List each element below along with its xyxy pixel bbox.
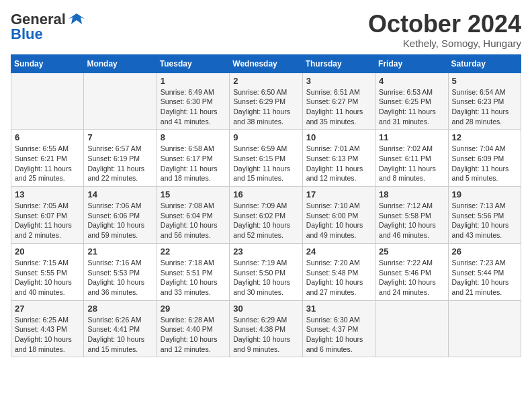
day-number: 1 (161, 76, 226, 86)
day-number: 19 (452, 189, 517, 199)
day-number: 15 (161, 189, 226, 199)
day-number: 13 (15, 189, 80, 199)
day-number: 18 (379, 189, 444, 199)
day-number: 6 (15, 132, 80, 142)
day-info: Sunrise: 6:26 AM Sunset: 4:41 PM Dayligh… (87, 315, 152, 355)
calendar-cell: 22Sunrise: 7:18 AM Sunset: 5:51 PM Dayli… (157, 243, 229, 300)
calendar-cell: 10Sunrise: 7:01 AM Sunset: 6:13 PM Dayli… (302, 130, 375, 187)
calendar-cell (448, 300, 521, 357)
calendar-cell: 14Sunrise: 7:06 AM Sunset: 6:06 PM Dayli… (84, 187, 157, 244)
calendar-week-row: 13Sunrise: 7:05 AM Sunset: 6:07 PM Dayli… (11, 187, 521, 244)
day-info: Sunrise: 6:25 AM Sunset: 4:43 PM Dayligh… (15, 315, 80, 355)
day-number: 29 (161, 304, 226, 314)
day-number: 28 (87, 304, 152, 314)
weekday-header-saturday: Saturday (448, 54, 521, 73)
calendar-cell: 28Sunrise: 6:26 AM Sunset: 4:41 PM Dayli… (84, 300, 157, 357)
calendar-cell: 6Sunrise: 6:55 AM Sunset: 6:21 PM Daylig… (11, 130, 84, 187)
calendar-cell: 1Sunrise: 6:49 AM Sunset: 6:30 PM Daylig… (157, 73, 229, 130)
calendar-cell: 26Sunrise: 7:23 AM Sunset: 5:44 PM Dayli… (448, 243, 521, 300)
calendar-cell: 3Sunrise: 6:51 AM Sunset: 6:27 PM Daylig… (302, 73, 375, 130)
calendar-cell: 21Sunrise: 7:16 AM Sunset: 5:53 PM Dayli… (84, 243, 157, 300)
calendar-cell: 13Sunrise: 7:05 AM Sunset: 6:07 PM Dayli… (11, 187, 84, 244)
weekday-header-sunday: Sunday (11, 54, 84, 73)
weekday-header-tuesday: Tuesday (157, 54, 229, 73)
day-number: 12 (452, 132, 517, 142)
day-info: Sunrise: 7:19 AM Sunset: 5:50 PM Dayligh… (233, 258, 298, 298)
day-info: Sunrise: 6:49 AM Sunset: 6:30 PM Dayligh… (161, 87, 226, 127)
calendar-cell: 8Sunrise: 6:58 AM Sunset: 6:17 PM Daylig… (157, 130, 229, 187)
calendar-cell: 11Sunrise: 7:02 AM Sunset: 6:11 PM Dayli… (375, 130, 448, 187)
calendar-cell: 12Sunrise: 7:04 AM Sunset: 6:09 PM Dayli… (448, 130, 521, 187)
day-number: 9 (233, 132, 298, 142)
day-info: Sunrise: 7:09 AM Sunset: 6:02 PM Dayligh… (233, 201, 298, 240)
title-area: October 2024 Kethely, Somogy, Hungary (368, 11, 521, 49)
day-info: Sunrise: 7:18 AM Sunset: 5:51 PM Dayligh… (161, 258, 226, 298)
day-info: Sunrise: 6:28 AM Sunset: 4:40 PM Dayligh… (161, 315, 226, 355)
day-number: 4 (379, 76, 444, 86)
day-info: Sunrise: 7:05 AM Sunset: 6:07 PM Dayligh… (15, 201, 80, 240)
day-info: Sunrise: 6:55 AM Sunset: 6:21 PM Dayligh… (15, 144, 80, 183)
calendar-cell (84, 73, 157, 130)
day-number: 24 (306, 246, 371, 257)
location: Kethely, Somogy, Hungary (368, 38, 521, 49)
page-header: General Blue October 2024 Kethely, Somog… (11, 11, 521, 49)
day-info: Sunrise: 7:20 AM Sunset: 5:48 PM Dayligh… (306, 258, 371, 298)
day-number: 23 (233, 246, 298, 257)
calendar-cell: 29Sunrise: 6:28 AM Sunset: 4:40 PM Dayli… (157, 300, 229, 357)
calendar-cell: 5Sunrise: 6:54 AM Sunset: 6:23 PM Daylig… (448, 73, 521, 130)
day-info: Sunrise: 6:53 AM Sunset: 6:25 PM Dayligh… (379, 87, 444, 127)
calendar-cell: 7Sunrise: 6:57 AM Sunset: 6:19 PM Daylig… (84, 130, 157, 187)
day-info: Sunrise: 7:22 AM Sunset: 5:46 PM Dayligh… (379, 258, 444, 298)
calendar-week-row: 27Sunrise: 6:25 AM Sunset: 4:43 PM Dayli… (11, 300, 521, 357)
calendar-cell: 2Sunrise: 6:50 AM Sunset: 6:29 PM Daylig… (230, 73, 302, 130)
calendar-cell: 4Sunrise: 6:53 AM Sunset: 6:25 PM Daylig… (375, 73, 448, 130)
day-number: 27 (15, 304, 80, 314)
calendar-cell: 18Sunrise: 7:12 AM Sunset: 5:58 PM Dayli… (375, 187, 448, 244)
day-number: 8 (161, 132, 226, 142)
calendar-cell: 17Sunrise: 7:10 AM Sunset: 6:00 PM Dayli… (302, 187, 375, 244)
day-number: 5 (452, 76, 517, 86)
day-info: Sunrise: 7:01 AM Sunset: 6:13 PM Dayligh… (306, 144, 371, 183)
day-info: Sunrise: 6:50 AM Sunset: 6:29 PM Dayligh… (233, 87, 298, 127)
day-number: 30 (233, 304, 298, 314)
calendar-cell: 19Sunrise: 7:13 AM Sunset: 5:56 PM Dayli… (448, 187, 521, 244)
weekday-header-thursday: Thursday (302, 54, 375, 73)
day-number: 11 (379, 132, 444, 142)
day-info: Sunrise: 7:06 AM Sunset: 6:06 PM Dayligh… (87, 201, 152, 240)
calendar-cell: 20Sunrise: 7:15 AM Sunset: 5:55 PM Dayli… (11, 243, 84, 300)
calendar-cell: 30Sunrise: 6:29 AM Sunset: 4:38 PM Dayli… (230, 300, 302, 357)
calendar-week-row: 6Sunrise: 6:55 AM Sunset: 6:21 PM Daylig… (11, 130, 521, 187)
calendar-cell: 15Sunrise: 7:08 AM Sunset: 6:04 PM Dayli… (157, 187, 229, 244)
day-number: 16 (233, 189, 298, 199)
day-info: Sunrise: 6:30 AM Sunset: 4:37 PM Dayligh… (306, 315, 371, 355)
svg-marker-0 (69, 13, 85, 24)
calendar-cell: 16Sunrise: 7:09 AM Sunset: 6:02 PM Dayli… (230, 187, 302, 244)
calendar-week-row: 1Sunrise: 6:49 AM Sunset: 6:30 PM Daylig… (11, 73, 521, 130)
day-info: Sunrise: 7:15 AM Sunset: 5:55 PM Dayligh… (15, 258, 80, 298)
weekday-header-wednesday: Wednesday (230, 54, 302, 73)
calendar-table: SundayMondayTuesdayWednesdayThursdayFrid… (11, 54, 521, 358)
day-info: Sunrise: 6:59 AM Sunset: 6:15 PM Dayligh… (233, 144, 298, 183)
weekday-header-row: SundayMondayTuesdayWednesdayThursdayFrid… (11, 54, 521, 73)
day-number: 7 (87, 132, 152, 142)
day-info: Sunrise: 7:10 AM Sunset: 6:00 PM Dayligh… (306, 201, 371, 240)
day-number: 3 (306, 76, 371, 86)
day-info: Sunrise: 7:02 AM Sunset: 6:11 PM Dayligh… (379, 144, 444, 183)
day-info: Sunrise: 6:54 AM Sunset: 6:23 PM Dayligh… (452, 87, 517, 127)
calendar-cell: 23Sunrise: 7:19 AM Sunset: 5:50 PM Dayli… (230, 243, 302, 300)
day-info: Sunrise: 6:58 AM Sunset: 6:17 PM Dayligh… (161, 144, 226, 183)
day-info: Sunrise: 7:13 AM Sunset: 5:56 PM Dayligh… (452, 201, 517, 240)
day-number: 31 (306, 304, 371, 314)
day-number: 17 (306, 189, 371, 199)
day-number: 14 (87, 189, 152, 199)
calendar-cell (375, 300, 448, 357)
day-info: Sunrise: 6:29 AM Sunset: 4:38 PM Dayligh… (233, 315, 298, 355)
day-info: Sunrise: 7:12 AM Sunset: 5:58 PM Dayligh… (379, 201, 444, 240)
day-number: 10 (306, 132, 371, 142)
calendar-week-row: 20Sunrise: 7:15 AM Sunset: 5:55 PM Dayli… (11, 243, 521, 300)
day-info: Sunrise: 7:16 AM Sunset: 5:53 PM Dayligh… (87, 258, 152, 298)
logo: General Blue (11, 11, 86, 43)
day-info: Sunrise: 7:04 AM Sunset: 6:09 PM Dayligh… (452, 144, 517, 183)
day-number: 25 (379, 246, 444, 257)
calendar-cell: 9Sunrise: 6:59 AM Sunset: 6:15 PM Daylig… (230, 130, 302, 187)
